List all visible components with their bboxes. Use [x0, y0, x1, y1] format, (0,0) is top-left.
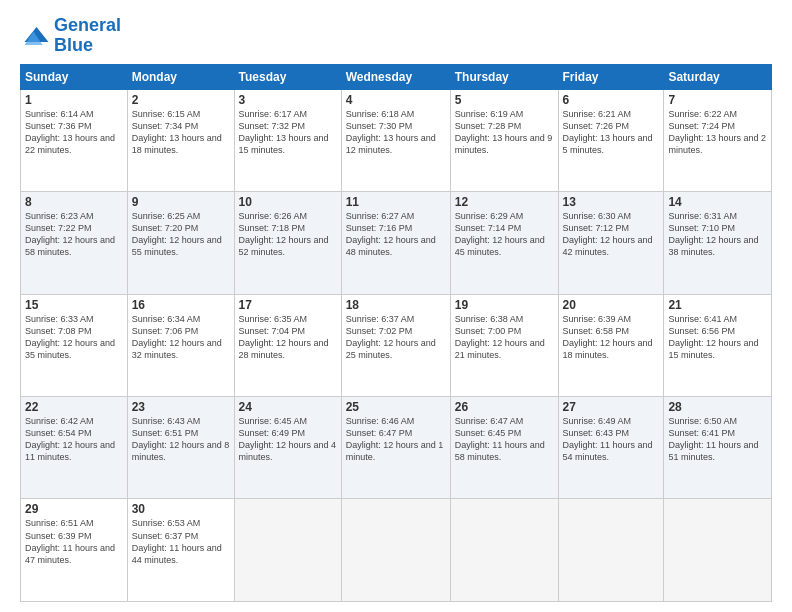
day-number: 25 — [346, 400, 446, 414]
day-info: Sunrise: 6:25 AMSunset: 7:20 PMDaylight:… — [132, 210, 230, 259]
calendar-cell: 3Sunrise: 6:17 AMSunset: 7:32 PMDaylight… — [234, 89, 341, 191]
calendar-cell — [234, 499, 341, 602]
day-info: Sunrise: 6:27 AMSunset: 7:16 PMDaylight:… — [346, 210, 446, 259]
calendar-cell: 12Sunrise: 6:29 AMSunset: 7:14 PMDayligh… — [450, 192, 558, 294]
calendar-week-row: 22Sunrise: 6:42 AMSunset: 6:54 PMDayligh… — [21, 397, 772, 499]
day-info: Sunrise: 6:49 AMSunset: 6:43 PMDaylight:… — [563, 415, 660, 464]
calendar-cell: 29Sunrise: 6:51 AMSunset: 6:39 PMDayligh… — [21, 499, 128, 602]
calendar-week-row: 1Sunrise: 6:14 AMSunset: 7:36 PMDaylight… — [21, 89, 772, 191]
calendar-cell: 18Sunrise: 6:37 AMSunset: 7:02 PMDayligh… — [341, 294, 450, 396]
day-number: 10 — [239, 195, 337, 209]
day-info: Sunrise: 6:18 AMSunset: 7:30 PMDaylight:… — [346, 108, 446, 157]
day-info: Sunrise: 6:31 AMSunset: 7:10 PMDaylight:… — [668, 210, 767, 259]
calendar-cell: 20Sunrise: 6:39 AMSunset: 6:58 PMDayligh… — [558, 294, 664, 396]
day-info: Sunrise: 6:26 AMSunset: 7:18 PMDaylight:… — [239, 210, 337, 259]
day-number: 13 — [563, 195, 660, 209]
day-number: 22 — [25, 400, 123, 414]
day-info: Sunrise: 6:30 AMSunset: 7:12 PMDaylight:… — [563, 210, 660, 259]
calendar-header-row: SundayMondayTuesdayWednesdayThursdayFrid… — [21, 64, 772, 89]
day-info: Sunrise: 6:15 AMSunset: 7:34 PMDaylight:… — [132, 108, 230, 157]
day-number: 17 — [239, 298, 337, 312]
calendar-cell: 30Sunrise: 6:53 AMSunset: 6:37 PMDayligh… — [127, 499, 234, 602]
calendar-cell: 27Sunrise: 6:49 AMSunset: 6:43 PMDayligh… — [558, 397, 664, 499]
day-info: Sunrise: 6:14 AMSunset: 7:36 PMDaylight:… — [25, 108, 123, 157]
day-number: 29 — [25, 502, 123, 516]
day-number: 15 — [25, 298, 123, 312]
page: General Blue SundayMondayTuesdayWednesda… — [0, 0, 792, 612]
day-info: Sunrise: 6:45 AMSunset: 6:49 PMDaylight:… — [239, 415, 337, 464]
day-number: 1 — [25, 93, 123, 107]
day-info: Sunrise: 6:53 AMSunset: 6:37 PMDaylight:… — [132, 517, 230, 566]
day-info: Sunrise: 6:39 AMSunset: 6:58 PMDaylight:… — [563, 313, 660, 362]
calendar-cell: 16Sunrise: 6:34 AMSunset: 7:06 PMDayligh… — [127, 294, 234, 396]
logo: General Blue — [20, 16, 121, 56]
calendar-cell — [450, 499, 558, 602]
calendar-cell: 8Sunrise: 6:23 AMSunset: 7:22 PMDaylight… — [21, 192, 128, 294]
day-info: Sunrise: 6:46 AMSunset: 6:47 PMDaylight:… — [346, 415, 446, 464]
day-info: Sunrise: 6:35 AMSunset: 7:04 PMDaylight:… — [239, 313, 337, 362]
calendar-cell: 5Sunrise: 6:19 AMSunset: 7:28 PMDaylight… — [450, 89, 558, 191]
day-info: Sunrise: 6:22 AMSunset: 7:24 PMDaylight:… — [668, 108, 767, 157]
day-number: 3 — [239, 93, 337, 107]
day-info: Sunrise: 6:34 AMSunset: 7:06 PMDaylight:… — [132, 313, 230, 362]
calendar-cell: 15Sunrise: 6:33 AMSunset: 7:08 PMDayligh… — [21, 294, 128, 396]
calendar-cell: 10Sunrise: 6:26 AMSunset: 7:18 PMDayligh… — [234, 192, 341, 294]
calendar-cell: 21Sunrise: 6:41 AMSunset: 6:56 PMDayligh… — [664, 294, 772, 396]
calendar-cell — [558, 499, 664, 602]
day-info: Sunrise: 6:21 AMSunset: 7:26 PMDaylight:… — [563, 108, 660, 157]
day-number: 19 — [455, 298, 554, 312]
day-info: Sunrise: 6:41 AMSunset: 6:56 PMDaylight:… — [668, 313, 767, 362]
day-number: 23 — [132, 400, 230, 414]
calendar-cell: 22Sunrise: 6:42 AMSunset: 6:54 PMDayligh… — [21, 397, 128, 499]
calendar-header-friday: Friday — [558, 64, 664, 89]
calendar-cell: 23Sunrise: 6:43 AMSunset: 6:51 PMDayligh… — [127, 397, 234, 499]
calendar-cell: 24Sunrise: 6:45 AMSunset: 6:49 PMDayligh… — [234, 397, 341, 499]
day-number: 28 — [668, 400, 767, 414]
calendar-week-row: 29Sunrise: 6:51 AMSunset: 6:39 PMDayligh… — [21, 499, 772, 602]
calendar-cell: 11Sunrise: 6:27 AMSunset: 7:16 PMDayligh… — [341, 192, 450, 294]
day-info: Sunrise: 6:23 AMSunset: 7:22 PMDaylight:… — [25, 210, 123, 259]
calendar-cell: 17Sunrise: 6:35 AMSunset: 7:04 PMDayligh… — [234, 294, 341, 396]
calendar-cell — [341, 499, 450, 602]
calendar-cell: 9Sunrise: 6:25 AMSunset: 7:20 PMDaylight… — [127, 192, 234, 294]
day-number: 4 — [346, 93, 446, 107]
day-number: 27 — [563, 400, 660, 414]
header: General Blue — [20, 16, 772, 56]
day-number: 7 — [668, 93, 767, 107]
day-number: 5 — [455, 93, 554, 107]
calendar-header-wednesday: Wednesday — [341, 64, 450, 89]
day-number: 21 — [668, 298, 767, 312]
calendar-week-row: 15Sunrise: 6:33 AMSunset: 7:08 PMDayligh… — [21, 294, 772, 396]
calendar-cell: 4Sunrise: 6:18 AMSunset: 7:30 PMDaylight… — [341, 89, 450, 191]
calendar-cell: 13Sunrise: 6:30 AMSunset: 7:12 PMDayligh… — [558, 192, 664, 294]
day-number: 20 — [563, 298, 660, 312]
day-info: Sunrise: 6:38 AMSunset: 7:00 PMDaylight:… — [455, 313, 554, 362]
day-number: 30 — [132, 502, 230, 516]
day-number: 26 — [455, 400, 554, 414]
calendar-header-thursday: Thursday — [450, 64, 558, 89]
calendar-cell: 14Sunrise: 6:31 AMSunset: 7:10 PMDayligh… — [664, 192, 772, 294]
calendar-cell: 1Sunrise: 6:14 AMSunset: 7:36 PMDaylight… — [21, 89, 128, 191]
day-number: 8 — [25, 195, 123, 209]
calendar-cell: 25Sunrise: 6:46 AMSunset: 6:47 PMDayligh… — [341, 397, 450, 499]
calendar-cell: 19Sunrise: 6:38 AMSunset: 7:00 PMDayligh… — [450, 294, 558, 396]
day-info: Sunrise: 6:17 AMSunset: 7:32 PMDaylight:… — [239, 108, 337, 157]
calendar-header-monday: Monday — [127, 64, 234, 89]
day-info: Sunrise: 6:47 AMSunset: 6:45 PMDaylight:… — [455, 415, 554, 464]
calendar-table: SundayMondayTuesdayWednesdayThursdayFrid… — [20, 64, 772, 602]
day-number: 9 — [132, 195, 230, 209]
day-number: 11 — [346, 195, 446, 209]
calendar-header-sunday: Sunday — [21, 64, 128, 89]
day-number: 6 — [563, 93, 660, 107]
logo-icon — [20, 21, 50, 51]
calendar-cell: 26Sunrise: 6:47 AMSunset: 6:45 PMDayligh… — [450, 397, 558, 499]
calendar-cell: 2Sunrise: 6:15 AMSunset: 7:34 PMDaylight… — [127, 89, 234, 191]
calendar-week-row: 8Sunrise: 6:23 AMSunset: 7:22 PMDaylight… — [21, 192, 772, 294]
calendar-cell — [664, 499, 772, 602]
day-info: Sunrise: 6:19 AMSunset: 7:28 PMDaylight:… — [455, 108, 554, 157]
day-info: Sunrise: 6:43 AMSunset: 6:51 PMDaylight:… — [132, 415, 230, 464]
logo-text: General Blue — [54, 16, 121, 56]
day-info: Sunrise: 6:50 AMSunset: 6:41 PMDaylight:… — [668, 415, 767, 464]
day-info: Sunrise: 6:42 AMSunset: 6:54 PMDaylight:… — [25, 415, 123, 464]
day-number: 12 — [455, 195, 554, 209]
